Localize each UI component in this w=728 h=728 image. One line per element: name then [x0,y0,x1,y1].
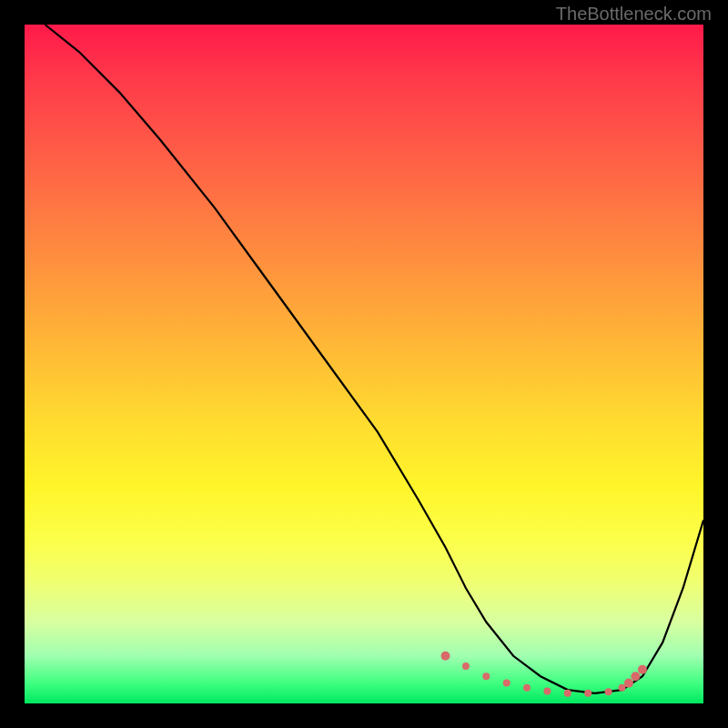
watermark-text: TheBottleneck.com [556,4,712,25]
dot [631,672,640,681]
dot [543,688,551,695]
dot [462,662,470,670]
main-curve [45,25,703,693]
chart-svg [25,25,703,703]
dot [564,690,571,697]
dot [605,688,612,695]
dot [482,672,490,680]
plot-area [25,25,703,703]
dot [619,684,626,692]
dot [503,680,511,687]
dot [584,690,592,697]
dot [441,652,450,661]
dot [624,679,633,688]
dot [523,684,531,692]
dot [638,665,647,674]
